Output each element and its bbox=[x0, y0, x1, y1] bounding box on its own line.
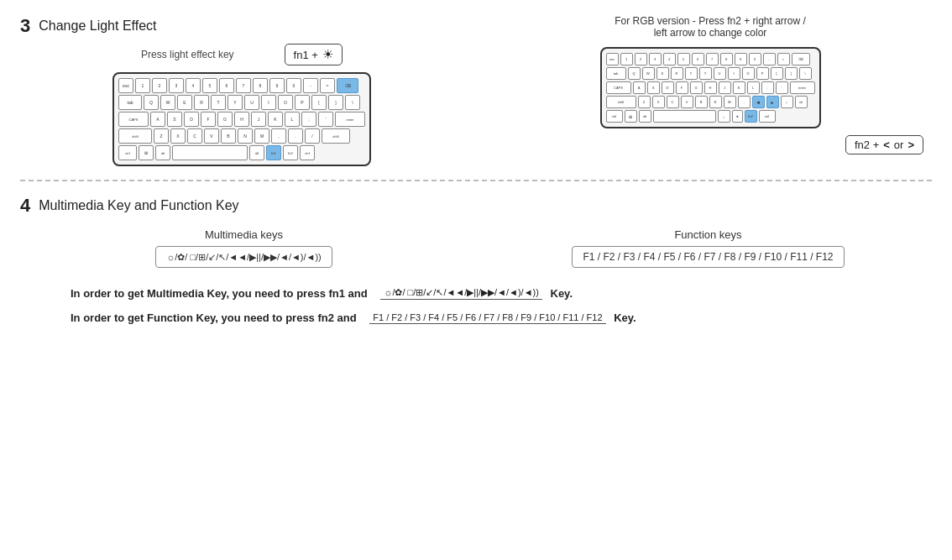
r-key-esc: esc bbox=[606, 53, 619, 65]
kbd-row-5: ctrl ⊞ alt alt fn1 fn2 ctrl bbox=[118, 145, 365, 160]
key-fn2: fn2 bbox=[283, 145, 298, 160]
key-eq: = bbox=[320, 78, 335, 93]
keyboard-left: esc 1 2 3 4 5 6 7 8 9 0 - = bbox=[112, 72, 371, 166]
r-kbd-row-2: tab Q W E R T Y U I O P [ ] \ bbox=[606, 67, 815, 80]
key-lctrl: ctrl bbox=[118, 145, 137, 160]
key-5: 5 bbox=[202, 78, 217, 93]
key-z: Z bbox=[154, 128, 169, 144]
instruction1-suffix: Key. bbox=[547, 287, 573, 300]
section4-number: 4 bbox=[20, 195, 30, 217]
instruction2-suffix: Key. bbox=[611, 311, 636, 324]
key-space bbox=[172, 145, 248, 160]
key-lalt: alt bbox=[155, 145, 170, 160]
instruction2-prefix: In order to get Function Key, you need t… bbox=[71, 311, 357, 324]
key-8: 8 bbox=[253, 78, 268, 93]
key-rbracket: ] bbox=[328, 95, 343, 110]
instruction1-spacer bbox=[373, 287, 376, 300]
rgb-note: For RGB version - Press fn2 + right arro… bbox=[615, 15, 806, 39]
key-7: 7 bbox=[236, 78, 251, 93]
key-v: V bbox=[204, 128, 219, 144]
section4: 4 Multimedia Key and Function Key Multim… bbox=[20, 195, 932, 324]
kbd-row-2: tab Q W E R T Y U I O P [ ] bbox=[118, 95, 365, 110]
key-0: 0 bbox=[286, 78, 301, 93]
key-slash: / bbox=[305, 128, 320, 144]
key-minus: - bbox=[303, 78, 318, 93]
key-enter: enter bbox=[335, 112, 365, 127]
instruction-2: In order to get Function Key, you need t… bbox=[71, 311, 932, 324]
section4-title: 4 Multimedia Key and Function Key bbox=[20, 195, 932, 217]
key-j: J bbox=[251, 112, 266, 127]
instruction2-spacer bbox=[362, 311, 365, 324]
key-lshift: shift bbox=[118, 128, 152, 144]
r-kbd-row-4: shift Z X C V B N M , ◄ ► ↑ sh bbox=[606, 96, 815, 108]
key-g: G bbox=[217, 112, 233, 127]
kbd-row-1: esc 1 2 3 4 5 6 7 8 9 0 - = bbox=[118, 78, 365, 93]
kbd-row-3: CAPS A S D F G H J K L ; ' enter bbox=[118, 112, 365, 127]
instructions: In order to get Multimedia Key, you need… bbox=[20, 286, 932, 324]
key-esc: esc bbox=[118, 78, 133, 93]
key-t: T bbox=[211, 95, 226, 110]
instruction1-prefix: In order to get Multimedia Key, you need… bbox=[71, 287, 368, 300]
keys-row: Multimedia keys ☼/✿/ □/⊞/↙/↖/◄◄/▶||/▶▶/◄… bbox=[20, 228, 932, 268]
key-o: O bbox=[278, 95, 293, 110]
r-key-right: ► bbox=[766, 96, 779, 108]
r-key-fn2: fn2 bbox=[745, 110, 757, 123]
key-x: X bbox=[170, 128, 186, 144]
key-r: R bbox=[194, 95, 209, 110]
key-semi: ; bbox=[301, 112, 316, 127]
key-w: W bbox=[160, 95, 175, 110]
r-kbd-row-5: ctrl ⊞ alt ↓ ◄ fn2 ctrl bbox=[606, 110, 815, 123]
instruction-1: In order to get Multimedia Key, you need… bbox=[71, 286, 932, 300]
section4-title-text: Multimedia Key and Function Key bbox=[39, 198, 238, 213]
multimedia-group: Multimedia keys ☼/✿/ □/⊞/↙/↖/◄◄/▶||/▶▶/◄… bbox=[20, 228, 468, 268]
key-n: N bbox=[238, 128, 253, 144]
r-key-rshift: sh bbox=[795, 96, 808, 108]
key-9: 9 bbox=[269, 78, 285, 93]
key-tab: tab bbox=[118, 95, 142, 110]
key-comma: , bbox=[271, 128, 286, 144]
function-label: Function keys bbox=[674, 228, 741, 241]
function-keys-text: F1 / F2 / F3 / F4 / F5 / F6 / F7 / F8 / … bbox=[583, 251, 833, 263]
multimedia-label: Multimedia keys bbox=[205, 228, 283, 241]
section3-title-text: Change Light Effect bbox=[39, 18, 156, 34]
section-divider bbox=[20, 180, 932, 181]
key-4: 4 bbox=[186, 78, 201, 93]
keyboard-right: esc 1 2 3 4 5 6 7 8 9 0 - = ⌫ bbox=[600, 47, 821, 128]
press-light-label: Press light effect key bbox=[141, 49, 234, 60]
key-l: L bbox=[285, 112, 300, 127]
instruction1-keys: ☼/✿/ □/⊞/↙/↖/◄◄/▶||/▶▶/◄/◄)/◄)) bbox=[380, 286, 542, 300]
fn2-badge-row: fn2 + < or > bbox=[845, 135, 923, 154]
r-kbd-row-3: CAPS A S D F G H J K L ; ' enter bbox=[606, 81, 815, 94]
instruction2-keys: F1 / F2 / F3 / F4 / F5 / F6 / F7 / F8 / … bbox=[369, 311, 605, 324]
key-y: Y bbox=[228, 95, 243, 110]
section3-right: For RGB version - Press fn2 + right arro… bbox=[489, 15, 932, 154]
key-ralt: alt bbox=[249, 145, 264, 160]
r-key-left: ◄ bbox=[752, 96, 765, 108]
key-apos: ' bbox=[318, 112, 333, 127]
key-c: C bbox=[187, 128, 202, 144]
fn1-badge: fn1 + ☀ bbox=[285, 44, 343, 65]
section3-title: 3 Change Light Effect bbox=[20, 15, 463, 37]
key-backslash: \ bbox=[345, 95, 360, 110]
key-rctrl: ctrl bbox=[300, 145, 315, 160]
section3: 3 Change Light Effect Press light effect… bbox=[20, 15, 932, 166]
key-3: 3 bbox=[169, 78, 184, 93]
key-q: Q bbox=[144, 95, 159, 110]
key-d: D bbox=[184, 112, 199, 127]
key-backspace: ⌫ bbox=[337, 78, 358, 93]
section3-left: 3 Change Light Effect Press light effect… bbox=[20, 15, 463, 166]
fn2-badge: fn2 + < or > bbox=[845, 135, 923, 154]
key-fn1: fn1 bbox=[266, 145, 281, 160]
function-keys-box: F1 / F2 / F3 / F4 / F5 / F6 / F7 / F8 / … bbox=[572, 246, 844, 268]
key-1: 1 bbox=[135, 78, 150, 93]
key-e: E bbox=[177, 95, 192, 110]
key-h: H bbox=[234, 112, 249, 127]
key-lbracket: [ bbox=[311, 95, 327, 110]
key-k: K bbox=[268, 112, 283, 127]
key-a: A bbox=[150, 112, 165, 127]
function-group: Function keys F1 / F2 / F3 / F4 / F5 / F… bbox=[484, 228, 932, 268]
key-i: I bbox=[261, 95, 276, 110]
key-p: P bbox=[295, 95, 310, 110]
multimedia-keys-box: ☼/✿/ □/⊞/↙/↖/◄◄/▶||/▶▶/◄/◄)/◄)) bbox=[155, 246, 332, 268]
key-s: S bbox=[167, 112, 182, 127]
